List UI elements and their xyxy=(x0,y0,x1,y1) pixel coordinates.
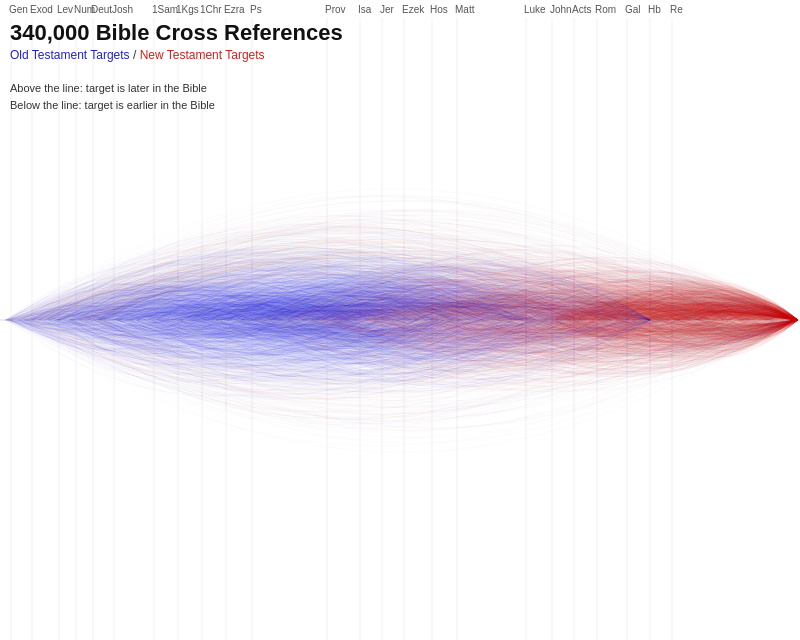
main-container: GenExodLevNumDeutJosh1Sam1Kgs1ChrEzraPsP… xyxy=(0,0,800,640)
instruction-above: Above the line: target is later in the B… xyxy=(10,80,215,97)
book-label-1chr: 1Chr xyxy=(200,4,222,15)
book-label-josh: Josh xyxy=(112,4,133,15)
book-labels-top: GenExodLevNumDeutJosh1Sam1Kgs1ChrEzraPsP… xyxy=(0,0,800,18)
book-label-deut: Deut xyxy=(91,4,112,15)
book-label-exod: Exod xyxy=(30,4,53,15)
book-label-acts: Acts xyxy=(572,4,591,15)
book-label-1kgs: 1Kgs xyxy=(176,4,199,15)
book-label-gal: Gal xyxy=(625,4,641,15)
book-label-hb: Hb xyxy=(648,4,661,15)
book-label-ezra: Ezra xyxy=(224,4,245,15)
instructions: Above the line: target is later in the B… xyxy=(10,80,215,113)
book-label-gen: Gen xyxy=(9,4,28,15)
book-label-prov: Prov xyxy=(325,4,346,15)
book-label-1sam: 1Sam xyxy=(152,4,178,15)
book-label-isa: Isa xyxy=(358,4,371,15)
ot-legend-label[interactable]: Old Testament Targets xyxy=(10,48,130,62)
book-label-lev: Lev xyxy=(57,4,73,15)
book-label-luke: Luke xyxy=(524,4,546,15)
nt-legend-label[interactable]: New Testament Targets xyxy=(140,48,265,62)
main-title: 340,000 Bible Cross References xyxy=(10,20,343,46)
instruction-below: Below the line: target is earlier in the… xyxy=(10,97,215,114)
legend-separator: / xyxy=(130,48,140,62)
book-label-ps: Ps xyxy=(250,4,262,15)
title-area: 340,000 Bible Cross References Old Testa… xyxy=(10,20,343,62)
book-label-hos: Hos xyxy=(430,4,448,15)
legend-line: Old Testament Targets / New Testament Ta… xyxy=(10,48,343,62)
book-label-rom: Rom xyxy=(595,4,616,15)
book-label-re: Re xyxy=(670,4,683,15)
book-label-matt: Matt xyxy=(455,4,474,15)
book-label-john: John xyxy=(550,4,572,15)
book-label-ezek: Ezek xyxy=(402,4,424,15)
book-label-jer: Jer xyxy=(380,4,394,15)
